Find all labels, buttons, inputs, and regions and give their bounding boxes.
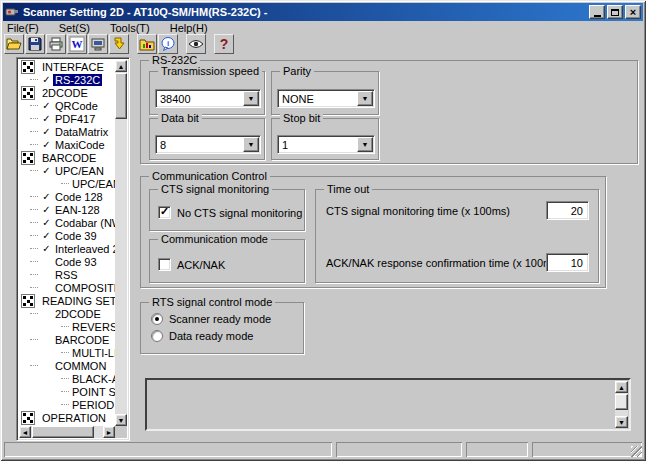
scroll-down-icon[interactable]: ▼ bbox=[615, 416, 628, 428]
message-log-area[interactable]: ▲ ▼ bbox=[145, 378, 631, 431]
tree-item-ean128[interactable]: EAN-128 bbox=[19, 203, 116, 216]
print-button[interactable] bbox=[46, 34, 66, 54]
toolbar-separator bbox=[179, 34, 186, 54]
group-title: RTS signal control mode bbox=[149, 297, 275, 308]
tree-item-code93[interactable]: Code 93 bbox=[19, 255, 116, 268]
resize-grip[interactable] bbox=[631, 446, 642, 457]
save-floppy-icon bbox=[27, 36, 43, 52]
close-button[interactable]: × bbox=[625, 5, 641, 19]
tree-item-qrcode[interactable]: QRCode bbox=[19, 99, 116, 112]
acknak-time-label: ACK/NAK response confirmation time (x 10… bbox=[326, 257, 561, 269]
tree-item-point-scan[interactable]: POINT SC. bbox=[19, 385, 116, 398]
tree-item-reverse[interactable]: REVERSE bbox=[19, 320, 116, 333]
info-button[interactable]: i bbox=[158, 34, 178, 54]
tree-item-2dcode[interactable]: 2DCODE bbox=[19, 86, 116, 99]
printer-icon bbox=[48, 36, 64, 52]
chevron-down-icon[interactable]: ▼ bbox=[357, 91, 373, 106]
scrollbar-thumb[interactable] bbox=[32, 426, 94, 438]
scroll-right-icon[interactable]: ► bbox=[103, 426, 115, 438]
no-cts-checkbox-row[interactable]: No CTS signal monitoring bbox=[158, 206, 302, 219]
acknak-checkbox-row[interactable]: ACK/NAK bbox=[158, 258, 225, 271]
radio-icon[interactable] bbox=[151, 330, 163, 342]
group-title: Stop bit bbox=[280, 113, 323, 124]
checkbox-icon[interactable] bbox=[158, 258, 171, 271]
tree-item-common[interactable]: COMMON bbox=[19, 359, 116, 372]
minimize-button[interactable] bbox=[589, 5, 605, 19]
scanner-ready-radio-row[interactable]: Scanner ready mode bbox=[151, 313, 271, 325]
word-output-button[interactable]: W bbox=[67, 34, 87, 54]
tree-item-upcean[interactable]: UPC/EAN bbox=[19, 164, 116, 177]
cts-monitoring-group: CTS signal monitoring No CTS signal moni… bbox=[149, 189, 305, 231]
tree-item-upcean-sub[interactable]: UPC/EAN( bbox=[19, 177, 116, 190]
save-button[interactable] bbox=[25, 34, 45, 54]
check-icon bbox=[40, 100, 53, 111]
cts-time-label: CTS signal monitoring time (x 100ms) bbox=[326, 205, 510, 217]
chevron-down-icon[interactable]: ▼ bbox=[243, 137, 259, 152]
qr-code-icon bbox=[22, 412, 34, 424]
scroll-left-icon[interactable]: ◄ bbox=[19, 426, 31, 438]
check-icon bbox=[40, 126, 53, 137]
tree-item-pdf417[interactable]: PDF417 bbox=[19, 112, 116, 125]
tree-item-codabar[interactable]: Codabar (NW- bbox=[19, 216, 116, 229]
transmission-speed-group: Transmission speed 38400 ▼ bbox=[149, 71, 265, 115]
check-icon bbox=[40, 204, 53, 215]
qr-code-icon bbox=[22, 87, 34, 99]
tree-item-black-and[interactable]: BLACK-AN bbox=[19, 372, 116, 385]
maximize-button[interactable] bbox=[607, 5, 623, 19]
transmission-speed-select[interactable]: 38400 ▼ bbox=[155, 89, 261, 108]
check-icon bbox=[40, 74, 53, 85]
tree-horizontal-scrollbar[interactable]: ◄ ► bbox=[19, 426, 115, 438]
help-button[interactable]: ? bbox=[214, 34, 234, 54]
acknak-time-input[interactable] bbox=[546, 253, 589, 272]
tree-item-code128[interactable]: Code 128 bbox=[19, 190, 116, 203]
eye-icon bbox=[188, 36, 204, 52]
tree-item-code39[interactable]: Code 39 bbox=[19, 229, 116, 242]
tree-item-reading-2dcode[interactable]: 2DCODE bbox=[19, 307, 116, 320]
cts-time-input[interactable] bbox=[546, 201, 589, 220]
selected-value: NONE bbox=[282, 90, 356, 107]
radio-icon[interactable] bbox=[151, 313, 163, 325]
open-button[interactable] bbox=[4, 34, 24, 54]
status-pane-4 bbox=[532, 442, 642, 457]
tree-item-interface[interactable]: INTERFACE bbox=[19, 60, 116, 73]
monitor-button[interactable] bbox=[186, 34, 206, 54]
checkbox-label: No CTS signal monitoring bbox=[177, 207, 302, 219]
device-settings-button[interactable] bbox=[88, 34, 108, 54]
selected-value: 38400 bbox=[160, 90, 242, 107]
tree-item-reading-setting[interactable]: READING SETTIN bbox=[19, 294, 116, 307]
tree-item-rs232c[interactable]: RS-232C bbox=[19, 73, 116, 86]
tree-item-interleaved[interactable]: Interleaved 2 o bbox=[19, 242, 116, 255]
qr-code-icon bbox=[22, 61, 34, 73]
checkbox-icon[interactable] bbox=[158, 206, 171, 219]
status-pane-2 bbox=[336, 442, 462, 457]
group-title: Transmission speed bbox=[158, 66, 262, 77]
scroll-down-icon[interactable]: ▼ bbox=[115, 414, 127, 426]
svg-text:?: ? bbox=[220, 36, 229, 52]
tree-item-rss[interactable]: RSS bbox=[19, 268, 116, 281]
scrollbar-thumb[interactable] bbox=[615, 394, 628, 410]
parity-select[interactable]: NONE ▼ bbox=[277, 89, 375, 108]
log-vertical-scrollbar[interactable]: ▲ ▼ bbox=[615, 381, 628, 428]
tree-item-multiline[interactable]: MULTI-LIN bbox=[19, 346, 116, 359]
tree-item-reading-barcode[interactable]: BARCODE bbox=[19, 333, 116, 346]
tree-item-period[interactable]: PERIOD O bbox=[19, 398, 116, 411]
chevron-down-icon[interactable]: ▼ bbox=[243, 91, 259, 106]
app-window: Scanner Setting 2D - AT10Q-SM/HM(RS-232C… bbox=[0, 0, 646, 461]
tree-item-operation[interactable]: OPERATION bbox=[19, 411, 116, 424]
report-button[interactable] bbox=[137, 34, 157, 54]
download-button[interactable] bbox=[109, 34, 129, 54]
tree-item-barcode[interactable]: BARCODE bbox=[19, 151, 116, 164]
data-ready-radio-row[interactable]: Data ready mode bbox=[151, 330, 253, 342]
scroll-up-icon[interactable]: ▲ bbox=[115, 60, 127, 72]
scroll-up-icon[interactable]: ▲ bbox=[615, 381, 628, 393]
scrollbar-thumb[interactable] bbox=[115, 73, 127, 119]
rts-control-group: RTS signal control mode Scanner ready mo… bbox=[140, 302, 304, 354]
tree-vertical-scrollbar[interactable]: ▲ ▼ bbox=[115, 60, 127, 426]
tree-item-maxicode[interactable]: MaxiCode bbox=[19, 138, 116, 151]
tree-item-composite[interactable]: COMPOSITE bbox=[19, 281, 116, 294]
data-bit-select[interactable]: 8 ▼ bbox=[155, 135, 261, 154]
title-bar[interactable]: Scanner Setting 2D - AT10Q-SM/HM(RS-232C… bbox=[3, 3, 643, 21]
chevron-down-icon[interactable]: ▼ bbox=[357, 137, 373, 152]
stop-bit-select[interactable]: 1 ▼ bbox=[277, 135, 375, 154]
tree-item-datamatrix[interactable]: DataMatrix bbox=[19, 125, 116, 138]
